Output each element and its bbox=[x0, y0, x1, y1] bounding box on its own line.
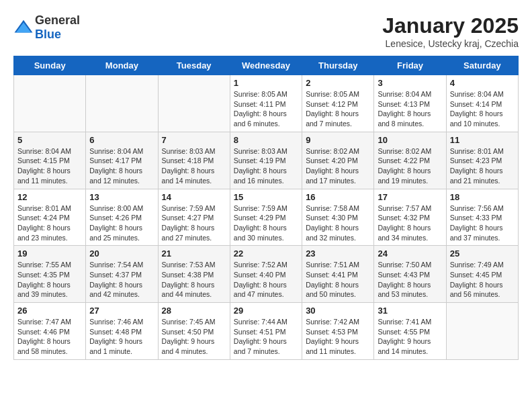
day-info: Sunrise: 7:59 AM Sunset: 4:29 PM Dayligh… bbox=[234, 203, 298, 243]
calendar-table: SundayMondayTuesdayWednesdayThursdayFrid… bbox=[13, 56, 519, 360]
calendar-cell: 4Sunrise: 8:04 AM Sunset: 4:14 PM Daylig… bbox=[446, 75, 518, 132]
day-info: Sunrise: 8:04 AM Sunset: 4:14 PM Dayligh… bbox=[450, 89, 515, 129]
day-info: Sunrise: 8:03 AM Sunset: 4:19 PM Dayligh… bbox=[234, 146, 298, 186]
day-info: Sunrise: 8:02 AM Sunset: 4:22 PM Dayligh… bbox=[378, 146, 442, 186]
calendar-cell: 19Sunrise: 7:55 AM Sunset: 4:35 PM Dayli… bbox=[14, 246, 86, 303]
day-number: 20 bbox=[89, 248, 154, 259]
weekday-header-wednesday: Wednesday bbox=[230, 56, 302, 75]
day-number: 12 bbox=[17, 192, 82, 202]
day-number: 29 bbox=[234, 306, 298, 316]
day-info: Sunrise: 7:42 AM Sunset: 4:53 PM Dayligh… bbox=[306, 317, 370, 357]
logo-general-text: General bbox=[35, 13, 80, 27]
calendar-cell: 16Sunrise: 7:58 AM Sunset: 4:30 PM Dayli… bbox=[302, 189, 374, 246]
day-number: 30 bbox=[306, 306, 370, 316]
day-number: 21 bbox=[162, 248, 226, 259]
day-number: 22 bbox=[234, 248, 298, 259]
day-number: 7 bbox=[162, 135, 226, 145]
day-number: 26 bbox=[17, 306, 82, 316]
day-info: Sunrise: 8:00 AM Sunset: 4:26 PM Dayligh… bbox=[89, 203, 154, 243]
calendar-cell: 29Sunrise: 7:44 AM Sunset: 4:51 PM Dayli… bbox=[230, 303, 302, 360]
calendar-cell bbox=[446, 303, 518, 360]
day-number: 6 bbox=[89, 135, 154, 145]
day-info: Sunrise: 7:41 AM Sunset: 4:55 PM Dayligh… bbox=[378, 317, 442, 357]
day-number: 1 bbox=[234, 78, 298, 88]
calendar-cell: 1Sunrise: 8:05 AM Sunset: 4:11 PM Daylig… bbox=[230, 75, 302, 132]
day-info: Sunrise: 7:44 AM Sunset: 4:51 PM Dayligh… bbox=[234, 317, 298, 357]
calendar-cell: 9Sunrise: 8:02 AM Sunset: 4:20 PM Daylig… bbox=[302, 132, 374, 189]
day-number: 27 bbox=[89, 306, 154, 316]
calendar-week-2: 5Sunrise: 8:04 AM Sunset: 4:15 PM Daylig… bbox=[14, 132, 519, 189]
day-number: 14 bbox=[162, 192, 226, 202]
location: Lenesice, Ustecky kraj, Czechia bbox=[382, 38, 519, 49]
day-info: Sunrise: 7:54 AM Sunset: 4:37 PM Dayligh… bbox=[89, 260, 154, 300]
calendar-cell: 15Sunrise: 7:59 AM Sunset: 4:29 PM Dayli… bbox=[230, 189, 302, 246]
day-info: Sunrise: 7:51 AM Sunset: 4:41 PM Dayligh… bbox=[306, 260, 370, 300]
day-number: 17 bbox=[378, 192, 442, 202]
logo: General Blue bbox=[13, 13, 80, 42]
calendar-cell: 5Sunrise: 8:04 AM Sunset: 4:15 PM Daylig… bbox=[14, 132, 86, 189]
calendar-cell: 17Sunrise: 7:57 AM Sunset: 4:32 PM Dayli… bbox=[374, 189, 446, 246]
calendar-cell: 6Sunrise: 8:04 AM Sunset: 4:17 PM Daylig… bbox=[86, 132, 158, 189]
day-info: Sunrise: 7:52 AM Sunset: 4:40 PM Dayligh… bbox=[234, 260, 298, 300]
weekday-header-monday: Monday bbox=[86, 56, 158, 75]
day-info: Sunrise: 8:04 AM Sunset: 4:17 PM Dayligh… bbox=[89, 146, 154, 186]
calendar-cell: 14Sunrise: 7:59 AM Sunset: 4:27 PM Dayli… bbox=[158, 189, 230, 246]
calendar-cell: 10Sunrise: 8:02 AM Sunset: 4:22 PM Dayli… bbox=[374, 132, 446, 189]
calendar-cell bbox=[86, 75, 158, 132]
day-info: Sunrise: 7:47 AM Sunset: 4:46 PM Dayligh… bbox=[17, 317, 82, 357]
day-number: 8 bbox=[234, 135, 298, 145]
calendar-cell: 22Sunrise: 7:52 AM Sunset: 4:40 PM Dayli… bbox=[230, 246, 302, 303]
day-number: 10 bbox=[378, 135, 442, 145]
day-info: Sunrise: 7:59 AM Sunset: 4:27 PM Dayligh… bbox=[162, 203, 226, 243]
page-header: General Blue January 2025 Lenesice, Uste… bbox=[13, 13, 519, 49]
month-title: January 2025 bbox=[382, 13, 519, 38]
day-info: Sunrise: 8:05 AM Sunset: 4:12 PM Dayligh… bbox=[306, 89, 370, 129]
calendar-cell: 24Sunrise: 7:50 AM Sunset: 4:43 PM Dayli… bbox=[374, 246, 446, 303]
day-info: Sunrise: 8:04 AM Sunset: 4:15 PM Dayligh… bbox=[17, 146, 82, 186]
calendar-week-3: 12Sunrise: 8:01 AM Sunset: 4:24 PM Dayli… bbox=[14, 189, 519, 246]
calendar-cell: 21Sunrise: 7:53 AM Sunset: 4:38 PM Dayli… bbox=[158, 246, 230, 303]
calendar-cell: 26Sunrise: 7:47 AM Sunset: 4:46 PM Dayli… bbox=[14, 303, 86, 360]
day-info: Sunrise: 8:05 AM Sunset: 4:11 PM Dayligh… bbox=[234, 89, 298, 129]
day-number: 25 bbox=[450, 248, 515, 259]
calendar-week-5: 26Sunrise: 7:47 AM Sunset: 4:46 PM Dayli… bbox=[14, 303, 519, 360]
day-info: Sunrise: 7:55 AM Sunset: 4:35 PM Dayligh… bbox=[17, 260, 82, 300]
calendar-cell: 28Sunrise: 7:45 AM Sunset: 4:50 PM Dayli… bbox=[158, 303, 230, 360]
calendar-cell: 25Sunrise: 7:49 AM Sunset: 4:45 PM Dayli… bbox=[446, 246, 518, 303]
day-info: Sunrise: 7:50 AM Sunset: 4:43 PM Dayligh… bbox=[378, 260, 442, 300]
calendar-cell: 20Sunrise: 7:54 AM Sunset: 4:37 PM Dayli… bbox=[86, 246, 158, 303]
calendar-cell: 23Sunrise: 7:51 AM Sunset: 4:41 PM Dayli… bbox=[302, 246, 374, 303]
day-number: 5 bbox=[17, 135, 82, 145]
day-number: 2 bbox=[306, 78, 370, 88]
calendar-cell: 31Sunrise: 7:41 AM Sunset: 4:55 PM Dayli… bbox=[374, 303, 446, 360]
day-info: Sunrise: 7:57 AM Sunset: 4:32 PM Dayligh… bbox=[378, 203, 442, 243]
day-info: Sunrise: 7:56 AM Sunset: 4:33 PM Dayligh… bbox=[450, 203, 515, 243]
day-number: 11 bbox=[450, 135, 515, 145]
day-number: 15 bbox=[234, 192, 298, 202]
day-info: Sunrise: 7:45 AM Sunset: 4:50 PM Dayligh… bbox=[162, 317, 226, 357]
weekday-header-saturday: Saturday bbox=[446, 56, 518, 75]
calendar-week-4: 19Sunrise: 7:55 AM Sunset: 4:35 PM Dayli… bbox=[14, 246, 519, 303]
day-number: 13 bbox=[89, 192, 154, 202]
calendar-week-1: 1Sunrise: 8:05 AM Sunset: 4:11 PM Daylig… bbox=[14, 75, 519, 132]
calendar-cell bbox=[158, 75, 230, 132]
day-info: Sunrise: 8:02 AM Sunset: 4:20 PM Dayligh… bbox=[306, 146, 370, 186]
weekday-header-row: SundayMondayTuesdayWednesdayThursdayFrid… bbox=[14, 56, 519, 75]
calendar-cell: 12Sunrise: 8:01 AM Sunset: 4:24 PM Dayli… bbox=[14, 189, 86, 246]
calendar-cell: 7Sunrise: 8:03 AM Sunset: 4:18 PM Daylig… bbox=[158, 132, 230, 189]
calendar-cell: 2Sunrise: 8:05 AM Sunset: 4:12 PM Daylig… bbox=[302, 75, 374, 132]
day-info: Sunrise: 7:46 AM Sunset: 4:48 PM Dayligh… bbox=[89, 317, 154, 357]
day-info: Sunrise: 8:03 AM Sunset: 4:18 PM Dayligh… bbox=[162, 146, 226, 186]
day-number: 31 bbox=[378, 306, 442, 316]
day-number: 18 bbox=[450, 192, 515, 202]
weekday-header-sunday: Sunday bbox=[14, 56, 86, 75]
calendar-cell: 3Sunrise: 8:04 AM Sunset: 4:13 PM Daylig… bbox=[374, 75, 446, 132]
weekday-header-friday: Friday bbox=[374, 56, 446, 75]
day-info: Sunrise: 8:04 AM Sunset: 4:13 PM Dayligh… bbox=[378, 89, 442, 129]
weekday-header-thursday: Thursday bbox=[302, 56, 374, 75]
day-number: 4 bbox=[450, 78, 515, 88]
logo-blue-text: Blue bbox=[35, 28, 61, 41]
calendar-cell bbox=[14, 75, 86, 132]
day-info: Sunrise: 8:01 AM Sunset: 4:24 PM Dayligh… bbox=[17, 203, 82, 243]
day-number: 3 bbox=[378, 78, 442, 88]
